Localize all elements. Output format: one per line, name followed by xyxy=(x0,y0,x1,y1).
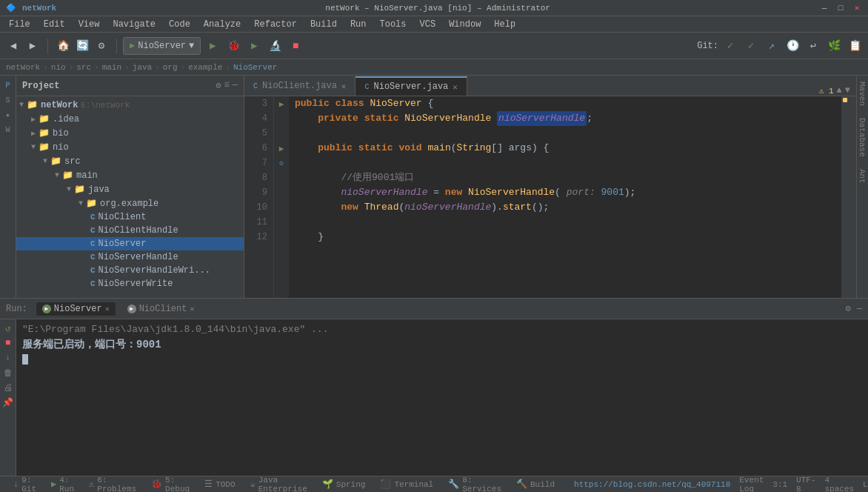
collapse-editor-icon[interactable]: ▼ xyxy=(845,85,850,96)
run-stop-icon[interactable]: ■ xyxy=(2,337,14,349)
debug-button[interactable]: 🐞 xyxy=(224,37,242,55)
breadcrumb-nioserver[interactable]: NioServer xyxy=(233,63,277,72)
tree-item-nioserverhandlewri[interactable]: C NioServerHandleWri... xyxy=(16,264,244,277)
run-config-selector[interactable]: ▶ NioServer ▼ xyxy=(123,37,201,55)
menu-navigate[interactable]: Navigate xyxy=(107,18,161,31)
status-url[interactable]: https://blog.csdn.net/qq_4097118 xyxy=(574,480,730,489)
panel-settings-icon[interactable]: ⚙ xyxy=(216,80,221,91)
tree-item-nioserverwrite[interactable]: C NioServerWrite xyxy=(16,277,244,290)
todo-status-item[interactable]: ☰ TODO xyxy=(200,477,239,491)
terminal-status-item[interactable]: ⬛ Terminal xyxy=(375,477,438,491)
tab-nioserver[interactable]: C NioServer.java ✕ xyxy=(355,76,467,96)
toolbar-sync-button[interactable]: 🔄 xyxy=(73,37,91,55)
status-encoding[interactable]: UTF-8 xyxy=(796,476,815,493)
vertical-scrollbar[interactable] xyxy=(847,96,856,298)
panel-minimize-icon[interactable]: — xyxy=(233,80,238,91)
minimize-button[interactable]: — xyxy=(819,3,829,13)
git-check2-button[interactable]: ✓ xyxy=(742,37,760,55)
menu-analyze[interactable]: Analyze xyxy=(198,18,247,31)
sidebar-project-icon[interactable]: P xyxy=(1,79,15,92)
run-clear-icon[interactable]: 🗑 xyxy=(2,367,14,379)
maven-label[interactable]: Maven xyxy=(857,76,868,112)
database-label[interactable]: Database xyxy=(857,112,868,163)
tree-item-nioclienthandle[interactable]: C NioClientHandle xyxy=(16,224,244,237)
status-lf[interactable]: LF xyxy=(863,480,868,489)
toolbar-settings-button[interactable]: ⚙ xyxy=(93,37,110,55)
sidebar-web-icon[interactable]: W xyxy=(1,123,15,136)
breadcrumb-java[interactable]: java xyxy=(133,63,152,72)
services-status-item[interactable]: 🔧 8: Services xyxy=(444,474,506,493)
run-scroll-end-icon[interactable]: ↓ xyxy=(2,352,14,364)
stop-button[interactable]: ■ xyxy=(287,37,304,55)
tree-item-nioserver[interactable]: C NioServer xyxy=(16,237,244,250)
run-coverage-button[interactable]: ▶ xyxy=(245,37,263,55)
breadcrumb-network[interactable]: netWork xyxy=(6,63,40,72)
toolbar-home-button[interactable]: 🏠 xyxy=(54,37,72,55)
status-spaces[interactable]: 4 spaces xyxy=(825,476,855,493)
ant-label[interactable]: Ant xyxy=(857,163,868,190)
menu-file[interactable]: File xyxy=(3,18,36,31)
tab-nioclient-close[interactable]: ✕ xyxy=(341,82,347,91)
tree-item-src[interactable]: ▼ 📁 src xyxy=(16,154,244,168)
enterprise-status-item[interactable]: ☕ Java Enterprise xyxy=(246,474,312,493)
status-event-log[interactable]: Event Log xyxy=(739,476,764,493)
menu-refactor[interactable]: Refactor xyxy=(248,18,303,31)
run-gutter-3[interactable]: ▶ xyxy=(274,96,289,111)
tree-item-idea[interactable]: ▶ 📁 .idea xyxy=(16,112,244,126)
run-panel-minimize-icon[interactable]: — xyxy=(857,304,862,314)
code-content[interactable]: public class NioServer { private static … xyxy=(289,96,841,298)
tree-item-nioclient[interactable]: C NioClient xyxy=(16,210,244,224)
breadcrumb-example[interactable]: example xyxy=(188,63,222,72)
menu-run[interactable]: Run xyxy=(344,18,373,31)
run-tab-nioserver[interactable]: ▶ NioServer ✕ xyxy=(36,302,116,316)
menu-code[interactable]: Code xyxy=(163,18,196,31)
menu-help[interactable]: Help xyxy=(488,18,521,31)
menu-view[interactable]: View xyxy=(73,18,106,31)
spring-status-item[interactable]: 🌱 Spring xyxy=(318,477,370,491)
toolbar-forward-button[interactable]: ▶ xyxy=(24,37,41,55)
toolbar-back-button[interactable]: ◀ xyxy=(4,37,22,55)
run-tab-nioserver-close[interactable]: ✕ xyxy=(105,305,110,313)
run-panel-settings-icon[interactable]: ⚙ xyxy=(846,303,851,314)
run-rerun-icon[interactable]: ↺ xyxy=(2,322,14,334)
menu-tools[interactable]: Tools xyxy=(374,18,413,31)
run-pin-icon[interactable]: 📌 xyxy=(2,396,14,408)
panel-layout-icon[interactable]: ≡ xyxy=(224,80,230,91)
breadcrumb-src[interactable]: src xyxy=(76,63,91,72)
git-undo-button[interactable]: ↩ xyxy=(804,37,822,55)
tree-item-nioserverhandle[interactable]: C NioServerHandle xyxy=(16,250,244,264)
sidebar-favorites-icon[interactable]: ★ xyxy=(1,108,15,122)
breadcrumb-nio[interactable]: nio xyxy=(51,63,66,72)
tree-item-main[interactable]: ▼ 📁 main xyxy=(16,168,244,182)
breadcrumb-org[interactable]: org xyxy=(163,63,178,72)
git-arrow-button[interactable]: ↗ xyxy=(763,37,781,55)
tree-item-java[interactable]: ▼ 📁 java xyxy=(16,182,244,196)
close-button[interactable]: ✕ xyxy=(852,3,862,13)
git-branches-button[interactable]: 🌿 xyxy=(825,37,843,55)
menu-build[interactable]: Build xyxy=(304,18,343,31)
menu-vcs[interactable]: VCS xyxy=(414,18,442,31)
debug-status-item[interactable]: 🐞 5: Debug xyxy=(147,474,194,493)
run-tab-nioclient[interactable]: ▶ NioClient ✕ xyxy=(121,302,201,316)
breadcrumb-main[interactable]: main xyxy=(102,63,121,72)
menu-window[interactable]: Window xyxy=(443,18,487,31)
tree-item-nio[interactable]: ▼ 📁 nio xyxy=(16,140,244,154)
tab-nioserver-close[interactable]: ✕ xyxy=(453,82,458,92)
sidebar-structure-icon[interactable]: S xyxy=(1,93,15,107)
problems-status-item[interactable]: ⚠ 6: Problems xyxy=(84,474,141,493)
tree-item-org-example[interactable]: ▼ 📁 org.example xyxy=(16,196,244,210)
run-gutter-6[interactable]: ▶ xyxy=(274,141,289,156)
git-annotate-button[interactable]: 📋 xyxy=(846,37,864,55)
tree-root[interactable]: ▼ 📁 netWork E:\netWork xyxy=(16,98,244,112)
maximize-button[interactable]: □ xyxy=(835,3,846,13)
menu-edit[interactable]: Edit xyxy=(38,18,71,31)
build-status-item[interactable]: 🔨 Build xyxy=(512,477,559,491)
run-status-item[interactable]: ▶ 4: Run xyxy=(47,474,79,493)
git-history-button[interactable]: 🕐 xyxy=(784,37,801,55)
tab-nioclient[interactable]: C NioClient.java ✕ xyxy=(244,76,355,96)
run-print-icon[interactable]: 🖨 xyxy=(2,382,14,393)
run-button[interactable]: ▶ xyxy=(204,37,221,55)
tree-item-bio[interactable]: ▶ 📁 bio xyxy=(16,126,244,140)
profile-button[interactable]: 🔬 xyxy=(266,37,284,55)
expand-editor-icon[interactable]: ▲ xyxy=(837,85,842,96)
